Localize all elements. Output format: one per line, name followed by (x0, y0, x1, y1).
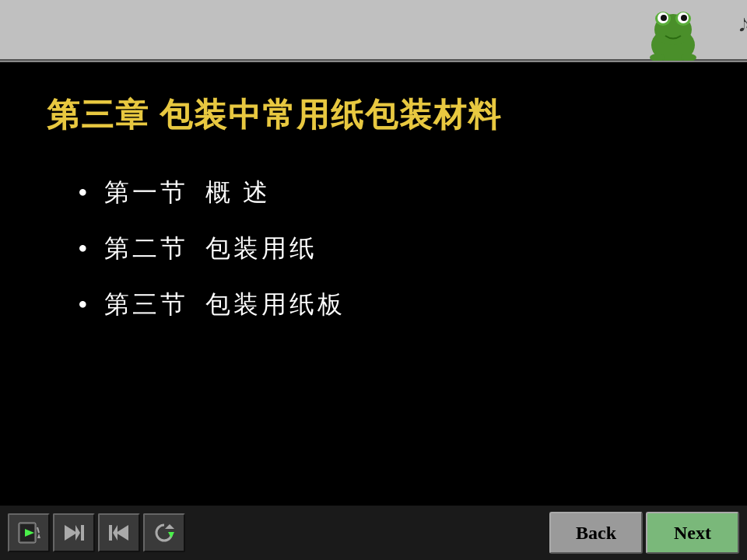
section-number: 第三节 (104, 288, 205, 322)
section-item-3[interactable]: 第三节包装用纸板 (78, 288, 700, 322)
section-item-2[interactable]: 第二节包装用纸 (78, 232, 700, 266)
replay-button[interactable] (143, 513, 185, 552)
bottom-bar: Back Next (0, 506, 747, 560)
next-button[interactable]: Next (646, 512, 739, 554)
chapter-title: 第三章 包装中常用纸包装材料 (47, 93, 700, 137)
section-name: 包装用纸 (205, 232, 317, 266)
left-controls (8, 513, 185, 552)
section-name: 包装用纸板 (205, 288, 345, 322)
svg-line-13 (37, 527, 39, 533)
svg-point-6 (661, 15, 667, 21)
svg-rect-17 (81, 525, 84, 541)
main-content: 第三章 包装中常用纸包装材料 第一节概 述第二节包装用纸第三节包装用纸板 (0, 62, 747, 506)
skip-forward-button[interactable] (53, 513, 95, 552)
svg-marker-14 (37, 534, 40, 538)
svg-marker-15 (65, 525, 77, 541)
svg-point-7 (681, 15, 687, 21)
svg-marker-18 (116, 525, 128, 541)
back-button[interactable]: Back (549, 512, 643, 554)
svg-marker-16 (75, 525, 80, 541)
section-number: 第二节 (104, 232, 205, 266)
section-item-1[interactable]: 第一节概 述 (78, 176, 700, 210)
svg-marker-22 (168, 532, 174, 538)
svg-marker-19 (113, 525, 117, 541)
frog-mascot (646, 6, 700, 61)
svg-rect-20 (109, 525, 112, 541)
right-controls: Back Next (549, 512, 739, 554)
section-list: 第一节概 述第二节包装用纸第三节包装用纸板 (47, 176, 700, 322)
section-number: 第一节 (104, 176, 205, 210)
skip-back-button[interactable] (98, 513, 140, 552)
svg-marker-21 (165, 524, 174, 529)
section-name: 概 述 (205, 176, 271, 210)
enter-button[interactable] (8, 513, 50, 552)
divider-line (0, 59, 747, 61)
top-bar: 𝅘𝅥𝅮 (0, 0, 747, 62)
